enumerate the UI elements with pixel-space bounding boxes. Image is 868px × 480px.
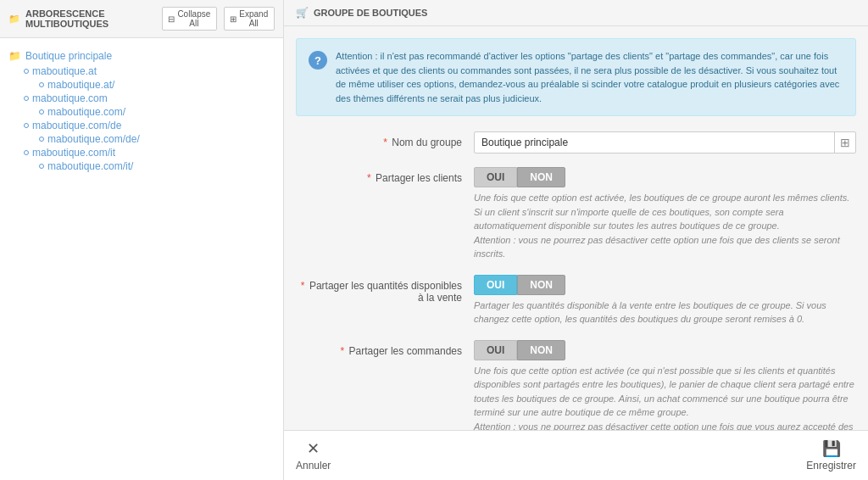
tree-link-maboutique-com-de[interactable]: maboutique.com/de (32, 120, 121, 131)
tree-link-maboutique-com-slash[interactable]: maboutique.com/ (47, 106, 125, 118)
question-icon: ? (309, 51, 327, 70)
tree-link-maboutique-com-de-slash[interactable]: maboutique.com/de/ (47, 133, 140, 145)
input-icon: ⊞ (834, 132, 855, 153)
list-item: maboutique.at (8, 65, 275, 77)
list-item: maboutique.com (8, 92, 275, 104)
left-panel-title: 📁 ARBORESCENCE MULTIBOUTIQUES (8, 8, 162, 29)
list-item: maboutique.com/it/ (8, 160, 275, 172)
cancel-icon: ✕ (307, 439, 320, 458)
tree-link-maboutique-com[interactable]: maboutique.com (32, 92, 108, 104)
list-item: 📁 Boutique principale (8, 48, 275, 64)
bottom-bar: ✕ Annuler 💾 Enregistrer (284, 430, 868, 480)
right-panel-title: GROUPE DE BOUTIQUES (314, 8, 427, 18)
collapse-all-button[interactable]: ⊟ Collapse All (162, 7, 216, 31)
tree-dot (24, 69, 29, 74)
info-text: Attention : il n'est pas recommandé d'ac… (336, 49, 843, 105)
folder-icon: 📁 (8, 14, 20, 25)
cancel-button[interactable]: ✕ Annuler (296, 439, 331, 472)
info-box: ? Attention : il n'est pas recommandé d'… (296, 38, 856, 116)
partager-commandes-field: OUI NON Une fois que cette option est ac… (474, 340, 856, 431)
save-icon: 💾 (822, 439, 841, 458)
tree-dot (39, 137, 44, 142)
tree-link-boutique-principale[interactable]: Boutique principale (25, 50, 112, 62)
partager-clients-oui-button[interactable]: OUI (474, 167, 517, 187)
left-panel: 📁 ARBORESCENCE MULTIBOUTIQUES ⊟ Collapse… (0, 0, 284, 480)
partager-qte-row: * Partager les quantités disponibles à l… (296, 275, 856, 327)
right-panel: 🛒 GROUPE DE BOUTIQUES ? Attention : il n… (284, 0, 868, 480)
tree-dot (24, 150, 29, 155)
save-button[interactable]: 💾 Enregistrer (806, 439, 856, 472)
list-item: maboutique.com/de (8, 120, 275, 131)
tree-dot (24, 96, 29, 101)
partager-clients-help: Une fois que cette option est activée, l… (474, 191, 856, 261)
partager-qte-help: Partager les quantités disponible à la v… (474, 299, 856, 327)
nom-groupe-input-wrapper: ⊞ (474, 131, 856, 153)
list-item: maboutique.com/it (8, 147, 275, 159)
list-item: maboutique.com/ (8, 106, 275, 118)
partager-qte-field: OUI NON Partager les quantités disponibl… (474, 275, 856, 327)
tree-link-maboutique-com-it[interactable]: maboutique.com/it (32, 147, 115, 159)
list-item: maboutique.at/ (8, 79, 275, 91)
partager-commandes-help: Une fois que cette option est activée (c… (474, 364, 856, 431)
partager-qte-label: * Partager les quantités disponibles à l… (296, 275, 474, 304)
nom-groupe-input[interactable] (475, 132, 834, 153)
tree-dot (39, 164, 44, 169)
nom-groupe-field: ⊞ (474, 131, 856, 153)
list-item: maboutique.com/de/ (8, 133, 275, 145)
partager-qte-oui-button[interactable]: OUI (474, 275, 517, 295)
partager-qte-toggle: OUI NON (474, 275, 856, 295)
left-header: 📁 ARBORESCENCE MULTIBOUTIQUES ⊟ Collapse… (0, 0, 283, 38)
right-content: ? Attention : il n'est pas recommandé d'… (284, 26, 868, 430)
tree-link-maboutique-com-it-slash[interactable]: maboutique.com/it/ (47, 160, 133, 172)
expand-all-button[interactable]: ⊞ Expand All (224, 7, 275, 31)
tree-link-maboutique-at-slash[interactable]: maboutique.at/ (47, 79, 114, 91)
left-header-actions: ⊟ Collapse All ⊞ Expand All (162, 7, 275, 31)
partager-clients-toggle: OUI NON (474, 167, 856, 187)
expand-icon: ⊞ (230, 14, 236, 24)
partager-clients-label: * Partager les clients (296, 167, 474, 184)
tree-dot (39, 109, 44, 114)
tree-container: 📁 Boutique principale maboutique.at mabo… (0, 38, 283, 480)
partager-commandes-row: * Partager les commandes OUI NON Une foi… (296, 340, 856, 431)
nom-groupe-row: * Nom du groupe ⊞ (296, 131, 856, 153)
partager-clients-field: OUI NON Une fois que cette option est ac… (474, 167, 856, 261)
tree-dot (39, 82, 44, 87)
partager-qte-non-button[interactable]: NON (517, 275, 565, 295)
tree-link-maboutique-at[interactable]: maboutique.at (32, 65, 97, 77)
right-header: 🛒 GROUPE DE BOUTIQUES (284, 0, 868, 26)
partager-clients-row: * Partager les clients OUI NON Une fois … (296, 167, 856, 261)
partager-clients-non-button[interactable]: NON (517, 167, 565, 187)
partager-commandes-toggle: OUI NON (474, 340, 856, 360)
tree-dot (24, 123, 29, 128)
collapse-icon: ⊟ (168, 14, 175, 24)
cart-icon: 🛒 (296, 7, 309, 19)
partager-commandes-label: * Partager les commandes (296, 340, 474, 357)
folder-icon: 📁 (8, 50, 21, 62)
nom-groupe-label: * Nom du groupe (296, 131, 474, 148)
partager-commandes-non-button[interactable]: NON (517, 340, 565, 360)
partager-commandes-oui-button[interactable]: OUI (474, 340, 517, 360)
